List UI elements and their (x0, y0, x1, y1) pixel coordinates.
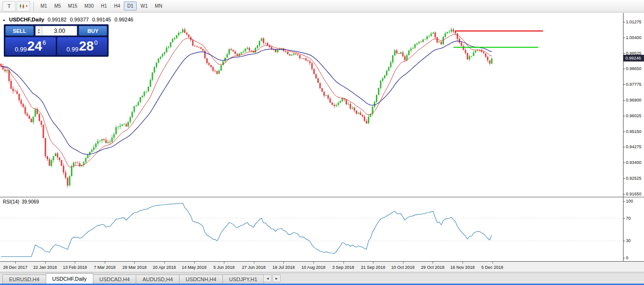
chart-tab-usdcnh-h4[interactable]: USDCNH,H4 (179, 275, 223, 284)
time-tick (403, 262, 403, 264)
timeframe-button-h1[interactable]: H1 (98, 1, 111, 10)
ask-main: 28 (79, 40, 94, 53)
date-label: 10 Aug 2018 (302, 265, 326, 270)
time-tick (463, 262, 463, 264)
time-tick (283, 262, 284, 264)
chart-tab-usdcad-h4[interactable]: USDCAD,H4 (93, 275, 137, 284)
date-label: 29 Oct 2018 (421, 265, 444, 270)
date-label: 27 Jun 2018 (242, 265, 266, 270)
timeframe-button-m5[interactable]: M5 (51, 1, 64, 10)
price-scale[interactable]: 0.99246 1.012751.004000.995250.986500.97… (623, 13, 644, 197)
time-tick (134, 262, 135, 264)
high-value: 0.99377 (70, 17, 89, 22)
bid-prefix: 0.99 (15, 46, 27, 53)
rsi-scale[interactable]: 10070300 (623, 197, 644, 261)
bid-pipette: 6 (42, 39, 46, 46)
ask-pipette: 0 (94, 39, 98, 46)
date-label: 19 Jul 2018 (272, 265, 295, 270)
time-tick (164, 262, 165, 264)
templates-button[interactable]: T (2, 1, 16, 11)
rsi-pane: RSI(14) 39.9069 10070300 (0, 197, 644, 261)
rsi-canvas[interactable] (0, 197, 623, 261)
timeframe-button-w1[interactable]: W1 (137, 1, 151, 10)
time-axis[interactable]: 28 Dec 201722 Jan 201813 Feb 20187 Mar 2… (0, 262, 644, 272)
price-tick-label: 1.01275 (626, 20, 642, 24)
time-tick (343, 262, 344, 264)
chart-tabs: EURUSD,H4USDCHF,DailyUSDCAD,H4AUDUSD,H4U… (2, 273, 263, 284)
buy-button[interactable]: BUY (79, 26, 107, 36)
date-label: 10 Oct 2018 (391, 265, 414, 270)
timeframe-button-h4[interactable]: H4 (111, 1, 124, 10)
date-label: 14 May 2018 (182, 265, 207, 270)
low-value: 0.99145 (92, 17, 111, 22)
time-tick (75, 262, 75, 264)
time-tick (433, 262, 433, 264)
main-chart-pane: ▲ USDCHF,Daily 0.99182 0.99377 0.99145 0… (0, 13, 644, 197)
spinner-down-icon[interactable]: ▼ (38, 31, 40, 34)
date-label: 22 Jan 2018 (33, 265, 57, 270)
timeframe-button-m30[interactable]: M30 (81, 1, 97, 10)
rsi-indicator-label: RSI(14) 39.9069 (3, 199, 39, 204)
price-tick-label: 0.97775 (626, 82, 642, 87)
time-tick (373, 262, 373, 264)
chart-tab-usdjpy-h1[interactable]: USDJPY,H1 (222, 275, 264, 284)
sell-button[interactable]: SELL (5, 26, 34, 36)
toolbar-separator (33, 2, 34, 10)
top-toolbar: T ▾ M1M5M15M30H1H4D1W1MN (0, 0, 644, 12)
price-tick-label: 0.96025 (626, 113, 642, 118)
trading-platform-window: T ▾ M1M5M15M30H1H4D1W1MN ▲ USDCHF,Daily … (0, 0, 644, 285)
pane-divider[interactable] (0, 197, 644, 197)
chart-tab-audusd-h4[interactable]: AUDUSD,H4 (136, 275, 180, 284)
price-tick-label: 0.98650 (626, 66, 642, 71)
bid-price-button[interactable]: 0.99 24 6 (5, 37, 56, 55)
date-label: 3 Sep 2018 (332, 265, 354, 270)
tab-scroll-left-icon[interactable]: ◄ (263, 275, 272, 282)
collapse-triangle-icon[interactable]: ▲ (2, 18, 6, 21)
date-label: 28 Dec 2017 (3, 265, 27, 270)
time-tick (15, 262, 16, 264)
ask-prefix: 0.99 (66, 46, 78, 53)
date-label: 21 Sep 2018 (361, 265, 385, 270)
date-label: 20 Apr 2018 (153, 265, 176, 270)
volume-value: 3.00 (42, 26, 77, 35)
rsi-level-label: 100 (626, 199, 633, 204)
symbol-period-label: USDCHF,Daily (9, 17, 44, 22)
timeframe-button-mn[interactable]: MN (151, 1, 166, 10)
timeframe-button-d1[interactable]: D1 (124, 1, 137, 10)
chart-tab-usdchf-daily[interactable]: USDCHF,Daily (46, 273, 93, 284)
open-value: 0.99182 (48, 17, 67, 22)
chart-tab-bar: EURUSD,H4USDCHF,DailyUSDCAD,H4AUDUSD,H4U… (0, 273, 644, 284)
rsi-value: 39.9069 (21, 199, 39, 204)
chart-style-button[interactable]: ▾ (17, 1, 30, 11)
volume-spinner[interactable]: ▲ ▼ (36, 26, 42, 35)
tab-scroll-right-icon[interactable]: ► (272, 275, 281, 282)
chart-tab-eurusd-h4[interactable]: EURUSD,H4 (2, 275, 46, 284)
timeframe-group: M1M5M15M30H1H4D1W1MN (37, 1, 166, 10)
time-tick (45, 262, 46, 264)
time-tick (194, 262, 195, 264)
date-label: 13 Feb 2018 (63, 265, 87, 270)
price-tick-label: 0.92525 (626, 176, 642, 181)
price-tick-label: 0.91650 (626, 192, 642, 196)
candlestick-style-icon (19, 3, 25, 9)
chevron-down-icon: ▾ (26, 4, 28, 8)
templates-icon: T (8, 3, 11, 9)
time-tick (105, 262, 105, 264)
chart-title: ▲ USDCHF,Daily 0.99182 0.99377 0.99145 0… (2, 17, 133, 22)
close-value: 0.99246 (114, 17, 133, 22)
rsi-level-label: 30 (626, 238, 631, 243)
rsi-name: RSI(14) (3, 199, 19, 204)
one-click-trading-panel: SELL ▲ ▼ 3.00 BUY 0.99 24 6 0.99 (4, 24, 109, 57)
current-price-label: 0.99246 (624, 55, 644, 61)
time-tick (313, 262, 314, 264)
date-label: 16 Nov 2018 (450, 265, 474, 270)
axis-divider (0, 261, 644, 262)
ask-price-button[interactable]: 0.99 28 0 (57, 37, 108, 55)
date-label: 29 Mar 2018 (122, 265, 147, 270)
volume-field[interactable]: ▲ ▼ 3.00 (35, 26, 77, 36)
timeframe-button-m15[interactable]: M15 (65, 1, 80, 10)
time-tick (493, 262, 493, 264)
price-tick-label: 0.93400 (626, 160, 642, 165)
bid-main: 24 (27, 40, 42, 53)
timeframe-button-m1[interactable]: M1 (37, 1, 50, 10)
